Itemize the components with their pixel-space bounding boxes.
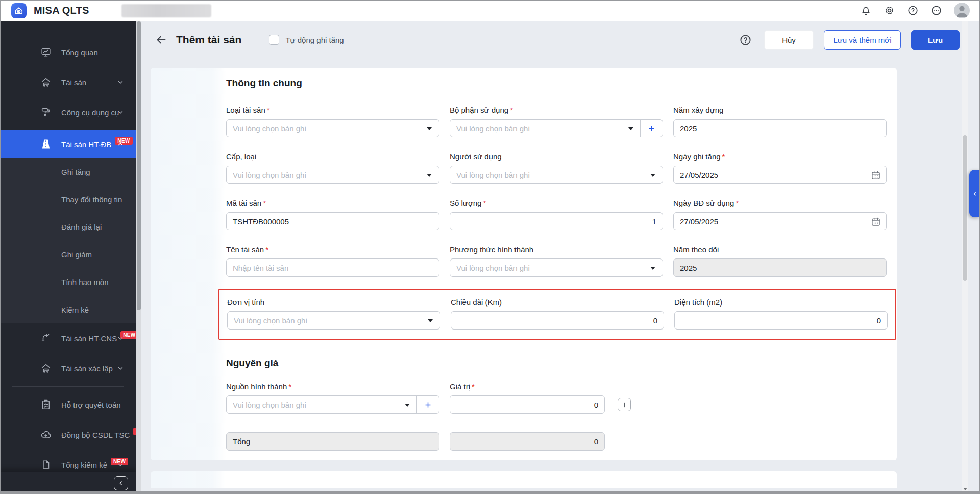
sidebar-item-cong-cu-dung-cu[interactable]: Công cụ dụng cụ: [0, 100, 136, 125]
file-icon: [40, 459, 52, 471]
divider: [416, 396, 417, 413]
calendar-icon[interactable]: [871, 170, 881, 180]
sidebar-item-label: Tổng quan: [61, 48, 98, 57]
form-help-icon[interactable]: [739, 34, 752, 46]
cancel-button[interactable]: Hủy: [764, 30, 814, 50]
chevron-up-icon: [117, 140, 124, 148]
sidebar-item-label: Hỗ trợ quyết toán: [61, 401, 121, 409]
back-arrow-icon[interactable]: [155, 34, 167, 46]
chieu-dai-input[interactable]: 0: [451, 311, 664, 330]
sidebar-collapse-button[interactable]: [114, 476, 128, 490]
sidebar-item-tai-san[interactable]: Tài sản: [0, 70, 136, 95]
asset-house-icon: [40, 76, 52, 88]
sidebar-item-danh-gia-lai[interactable]: Đánh giá lại: [0, 213, 136, 241]
save-button[interactable]: Lưu: [911, 30, 960, 50]
app-name: MISA QLTS: [34, 5, 89, 16]
notifications-bell-icon[interactable]: [860, 5, 872, 16]
sidebar-scrollbar-thumb[interactable]: [137, 21, 141, 310]
sidebar-item-ghi-tang[interactable]: Ghi tăng: [0, 158, 136, 185]
asset-form-card: Thông tin chung Loại tài sản* Vui lòng c…: [151, 68, 897, 460]
sidebar-item-ghi-giam[interactable]: Ghi giảm: [0, 241, 136, 268]
sidebar-item-kiem-ke[interactable]: Kiểm kê: [0, 296, 136, 323]
more-options-icon[interactable]: [930, 5, 942, 16]
field-label: Năm xây dựng: [673, 106, 887, 115]
auto-ghi-tang-label: Tự động ghi tăng: [285, 36, 344, 44]
field-label: Tên tài sản*: [226, 245, 439, 254]
required-marker: *: [736, 199, 739, 207]
field-label: Ngày ghi tăng*: [673, 152, 887, 161]
ma-tai-san-input[interactable]: TSHTĐB000005: [226, 212, 439, 230]
chevron-down-icon: [117, 109, 124, 116]
section-title-general: Thông tin chung: [226, 77, 887, 90]
dien-tich-input[interactable]: 0: [674, 311, 888, 330]
side-panel-toggle-tab[interactable]: [969, 170, 980, 217]
page-title: Thêm tài sản: [176, 34, 241, 46]
caret-down-icon: [427, 127, 432, 130]
so-luong-input[interactable]: 1: [450, 212, 663, 230]
nguoi-su-dung-select[interactable]: Vui lòng chọn bản ghi: [450, 166, 663, 184]
sidebar-item-tong-quan[interactable]: Tổng quan: [0, 40, 136, 64]
add-record-plus-icon[interactable]: [646, 123, 657, 134]
caret-down-icon: [650, 174, 655, 177]
don-vi-tinh-select[interactable]: Vui lòng chọn bản ghi: [227, 311, 440, 330]
auto-ghi-tang-checkbox[interactable]: [269, 35, 279, 45]
cap-loai-select[interactable]: Vui lòng chọn bản ghi: [226, 166, 439, 184]
sidebar-scrollbar[interactable]: [136, 21, 141, 494]
nguon-hinh-thanh-select[interactable]: Vui lòng chọn bản ghi: [226, 395, 439, 414]
calendar-icon[interactable]: [871, 217, 881, 227]
ngay-bd-su-dung-date-input[interactable]: 27/05/2025: [673, 212, 887, 230]
sidebar-item-label: Tài sản HT-CNS: [61, 334, 117, 343]
phuong-thuc-hinh-thanh-select[interactable]: Vui lòng chọn bản ghi: [450, 258, 663, 277]
sidebar-item-tai-san-ht-db[interactable]: Tài sản HT-ĐB NEW: [0, 130, 136, 158]
sidebar-item-label: Tổng kiểm kê: [61, 461, 107, 469]
add-cost-row-button[interactable]: [618, 398, 631, 411]
clipboard-checklist-icon: [40, 398, 52, 411]
tong-label-field: Tổng: [226, 432, 439, 451]
field-label: Phương thức hình thành: [450, 245, 663, 254]
loai-tai-san-select[interactable]: Vui lòng chọn bản ghi: [226, 119, 439, 137]
field-label: Mã tài sản*: [226, 199, 439, 208]
sidebar-item-tai-san-xac-lap[interactable]: Tài sản xác lập: [0, 356, 136, 381]
required-marker: *: [265, 245, 268, 254]
caret-down-icon: [650, 267, 655, 270]
nam-theo-doi-input: 2025: [673, 258, 887, 277]
required-marker: *: [263, 199, 266, 207]
sidebar-item-ho-tro-quyet-toan[interactable]: Hỗ trợ quyết toán: [0, 392, 136, 417]
cloud-sync-icon: [40, 429, 52, 441]
settings-gear-icon[interactable]: [884, 5, 895, 16]
field-label: Ngày BĐ sử dụng*: [673, 199, 887, 208]
content-scrollbar-thumb[interactable]: [963, 135, 967, 281]
content-scrollbar[interactable]: [962, 21, 968, 494]
asset-house-icon: [40, 362, 52, 374]
field-label: Nguồn hình thành*: [226, 382, 439, 391]
sidebar-item-thay-doi-thong-tin[interactable]: Thay đổi thông tin: [0, 185, 136, 213]
add-record-plus-icon[interactable]: [423, 399, 433, 410]
chevron-down-icon: [117, 461, 124, 468]
next-section-card: [151, 471, 897, 488]
field-label: Số lượng*: [450, 199, 663, 208]
user-avatar[interactable]: [954, 3, 970, 18]
sidebar-item-dong-bo-csdl-tsc[interactable]: Đồng bộ CSDL TSC NEW: [0, 422, 136, 447]
ten-tai-san-input[interactable]: Nhập tên tài sản: [226, 258, 439, 277]
sidebar-submenu: Ghi tăng Thay đổi thông tin Đánh giá lại…: [0, 158, 136, 323]
sidebar-item-tai-san-ht-cns[interactable]: Tài sản HT-CNS NEW: [0, 326, 136, 350]
field-label: Chiều dài (Km): [451, 298, 664, 307]
required-marker: *: [288, 382, 291, 391]
chevron-down-icon: [117, 79, 124, 86]
divider: [640, 120, 641, 137]
road-icon: [40, 138, 52, 150]
ngay-ghi-tang-date-input[interactable]: 27/05/2025: [673, 166, 887, 184]
help-icon[interactable]: [907, 5, 919, 16]
save-and-new-button[interactable]: Lưu và thêm mới: [824, 30, 901, 50]
sidebar-item-tinh-hao-mon[interactable]: Tính hao mòn: [0, 268, 136, 296]
topbar: MISA QLTS: [0, 0, 980, 21]
gia-tri-input[interactable]: 0: [450, 395, 605, 414]
nam-xay-dung-input[interactable]: 2025: [673, 119, 887, 137]
field-label: Diện tích (m2): [674, 298, 888, 307]
sidebar-item-label: Công cụ dụng cụ: [61, 108, 119, 117]
scroll-down-arrow-icon[interactable]: [963, 488, 967, 490]
section-title-cost: Nguyên giá: [226, 357, 887, 370]
caret-down-icon: [405, 404, 410, 407]
highlighted-fields-annotation: Đơn vị tính Vui lòng chọn bản ghi Chiều …: [218, 289, 896, 340]
bo-phan-su-dung-select[interactable]: Vui lòng chọn bản ghi: [450, 119, 663, 137]
